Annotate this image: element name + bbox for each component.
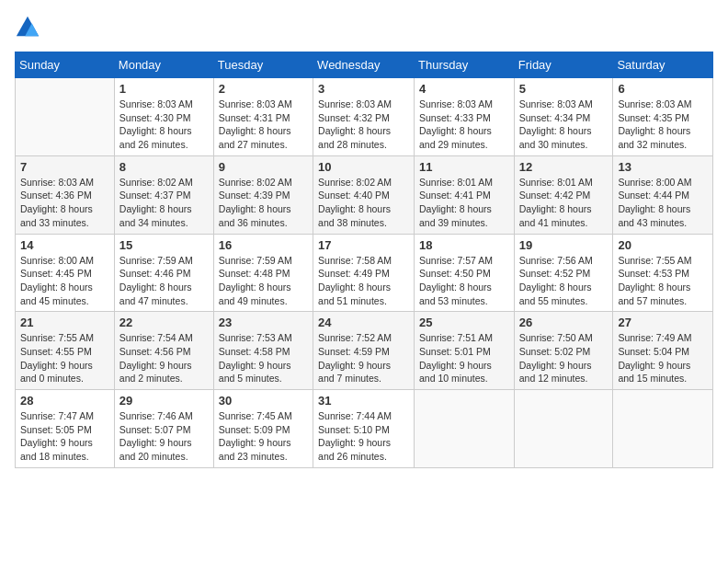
calendar-cell: 17Sunrise: 7:58 AMSunset: 4:49 PMDayligh…: [313, 234, 415, 312]
day-number: 4: [419, 82, 509, 96]
day-number: 23: [219, 316, 308, 329]
day-info: Sunrise: 8:03 AMSunset: 4:34 PMDaylight:…: [519, 98, 609, 152]
calendar-cell: [514, 390, 613, 468]
day-info: Sunrise: 7:45 AMSunset: 5:09 PMDaylight:…: [219, 409, 308, 464]
day-number: 7: [20, 160, 109, 174]
day-number: 27: [618, 316, 708, 329]
day-number: 3: [318, 82, 409, 96]
day-info: Sunrise: 7:47 AMSunset: 5:05 PMDaylight:…: [20, 409, 109, 464]
day-number: 17: [318, 238, 409, 252]
day-number: 25: [419, 316, 509, 329]
day-number: 5: [519, 82, 609, 96]
day-number: 11: [419, 160, 509, 174]
day-number: 24: [318, 316, 409, 329]
weekday-header: Tuesday: [213, 52, 313, 78]
calendar-cell: 24Sunrise: 7:52 AMSunset: 4:59 PMDayligh…: [313, 312, 415, 390]
calendar-cell: 9Sunrise: 8:02 AMSunset: 4:39 PMDaylight…: [213, 155, 313, 234]
calendar-cell: 25Sunrise: 7:51 AMSunset: 5:01 PMDayligh…: [415, 312, 515, 390]
calendar-cell: 29Sunrise: 7:46 AMSunset: 5:07 PMDayligh…: [114, 390, 213, 468]
day-number: 29: [119, 394, 209, 408]
weekday-header: Saturday: [613, 52, 713, 78]
calendar-cell: 20Sunrise: 7:55 AMSunset: 4:53 PMDayligh…: [613, 234, 713, 312]
day-info: Sunrise: 7:56 AMSunset: 4:52 PMDaylight:…: [519, 254, 609, 308]
day-info: Sunrise: 7:54 AMSunset: 4:56 PMDaylight:…: [119, 331, 209, 385]
day-info: Sunrise: 8:03 AMSunset: 4:35 PMDaylight:…: [618, 98, 708, 152]
calendar-cell: 12Sunrise: 8:01 AMSunset: 4:42 PMDayligh…: [514, 155, 613, 234]
day-info: Sunrise: 8:01 AMSunset: 4:41 PMDaylight:…: [419, 176, 509, 230]
day-number: 13: [618, 160, 708, 174]
calendar-table: SundayMondayTuesdayWednesdayThursdayFrid…: [15, 52, 713, 468]
day-info: Sunrise: 7:59 AMSunset: 4:46 PMDaylight:…: [119, 254, 209, 308]
day-info: Sunrise: 8:03 AMSunset: 4:33 PMDaylight:…: [419, 98, 509, 152]
calendar-cell: 23Sunrise: 7:53 AMSunset: 4:58 PMDayligh…: [213, 312, 313, 390]
weekday-header-row: SundayMondayTuesdayWednesdayThursdayFrid…: [16, 52, 713, 78]
calendar-cell: 30Sunrise: 7:45 AMSunset: 5:09 PMDayligh…: [213, 390, 313, 468]
calendar-cell: 3Sunrise: 8:03 AMSunset: 4:32 PMDaylight…: [313, 78, 415, 156]
day-info: Sunrise: 7:50 AMSunset: 5:02 PMDaylight:…: [519, 331, 609, 385]
day-number: 1: [119, 82, 209, 96]
day-info: Sunrise: 7:58 AMSunset: 4:49 PMDaylight:…: [318, 254, 409, 308]
day-number: 28: [20, 394, 109, 408]
day-info: Sunrise: 7:53 AMSunset: 4:58 PMDaylight:…: [219, 331, 308, 385]
page-header: [15, 15, 713, 40]
calendar-cell: 11Sunrise: 8:01 AMSunset: 4:41 PMDayligh…: [415, 155, 515, 234]
calendar-cell: 4Sunrise: 8:03 AMSunset: 4:33 PMDaylight…: [415, 78, 515, 156]
day-number: 6: [618, 82, 708, 96]
day-number: 15: [119, 238, 209, 252]
calendar-cell: 7Sunrise: 8:03 AMSunset: 4:36 PMDaylight…: [16, 155, 115, 234]
day-info: Sunrise: 8:01 AMSunset: 4:42 PMDaylight:…: [519, 176, 609, 230]
calendar-cell: 16Sunrise: 7:59 AMSunset: 4:48 PMDayligh…: [213, 234, 313, 312]
calendar-cell: 2Sunrise: 8:03 AMSunset: 4:31 PMDaylight…: [213, 78, 313, 156]
calendar-cell: 6Sunrise: 8:03 AMSunset: 4:35 PMDaylight…: [613, 78, 713, 156]
calendar-cell: 14Sunrise: 8:00 AMSunset: 4:45 PMDayligh…: [16, 234, 115, 312]
day-number: 8: [119, 160, 209, 174]
day-info: Sunrise: 7:57 AMSunset: 4:50 PMDaylight:…: [419, 254, 509, 308]
day-info: Sunrise: 8:00 AMSunset: 4:45 PMDaylight:…: [20, 254, 109, 308]
calendar-cell: 13Sunrise: 8:00 AMSunset: 4:44 PMDayligh…: [613, 155, 713, 234]
weekday-header: Sunday: [16, 52, 115, 78]
day-info: Sunrise: 7:46 AMSunset: 5:07 PMDaylight:…: [119, 409, 209, 464]
day-info: Sunrise: 8:03 AMSunset: 4:31 PMDaylight:…: [219, 98, 308, 152]
day-info: Sunrise: 7:51 AMSunset: 5:01 PMDaylight:…: [419, 331, 509, 385]
calendar-cell: 1Sunrise: 8:03 AMSunset: 4:30 PMDaylight…: [114, 78, 213, 156]
day-info: Sunrise: 8:02 AMSunset: 4:39 PMDaylight:…: [219, 176, 308, 230]
day-info: Sunrise: 8:03 AMSunset: 4:32 PMDaylight:…: [318, 98, 409, 152]
day-number: 26: [519, 316, 609, 329]
day-info: Sunrise: 7:52 AMSunset: 4:59 PMDaylight:…: [318, 331, 409, 385]
day-number: 31: [318, 394, 409, 408]
day-number: 22: [119, 316, 209, 329]
day-info: Sunrise: 8:02 AMSunset: 4:37 PMDaylight:…: [119, 176, 209, 230]
calendar-cell: 21Sunrise: 7:55 AMSunset: 4:55 PMDayligh…: [16, 312, 115, 390]
calendar-cell: 26Sunrise: 7:50 AMSunset: 5:02 PMDayligh…: [514, 312, 613, 390]
day-info: Sunrise: 8:02 AMSunset: 4:40 PMDaylight:…: [318, 176, 409, 230]
calendar-cell: 10Sunrise: 8:02 AMSunset: 4:40 PMDayligh…: [313, 155, 415, 234]
day-number: 10: [318, 160, 409, 174]
day-info: Sunrise: 7:44 AMSunset: 5:10 PMDaylight:…: [318, 409, 409, 464]
day-number: 9: [219, 160, 308, 174]
day-number: 21: [20, 316, 109, 329]
day-info: Sunrise: 8:03 AMSunset: 4:36 PMDaylight:…: [20, 176, 109, 230]
day-info: Sunrise: 7:49 AMSunset: 5:04 PMDaylight:…: [618, 331, 708, 385]
day-number: 16: [219, 238, 308, 252]
day-number: 12: [519, 160, 609, 174]
day-info: Sunrise: 8:00 AMSunset: 4:44 PMDaylight:…: [618, 176, 708, 230]
weekday-header: Thursday: [415, 52, 515, 78]
day-number: 2: [219, 82, 308, 96]
day-info: Sunrise: 7:55 AMSunset: 4:53 PMDaylight:…: [618, 254, 708, 308]
calendar-cell: 15Sunrise: 7:59 AMSunset: 4:46 PMDayligh…: [114, 234, 213, 312]
calendar-cell: [415, 390, 515, 468]
calendar-week-row: 21Sunrise: 7:55 AMSunset: 4:55 PMDayligh…: [16, 312, 713, 390]
calendar-cell: [613, 390, 713, 468]
day-info: Sunrise: 7:55 AMSunset: 4:55 PMDaylight:…: [20, 331, 109, 385]
day-number: 19: [519, 238, 609, 252]
day-info: Sunrise: 7:59 AMSunset: 4:48 PMDaylight:…: [219, 254, 308, 308]
day-number: 14: [20, 238, 109, 252]
logo-icon: [15, 15, 40, 40]
calendar-cell: 8Sunrise: 8:02 AMSunset: 4:37 PMDaylight…: [114, 155, 213, 234]
calendar-week-row: 1Sunrise: 8:03 AMSunset: 4:30 PMDaylight…: [16, 78, 713, 156]
day-number: 20: [618, 238, 708, 252]
calendar-cell: 31Sunrise: 7:44 AMSunset: 5:10 PMDayligh…: [313, 390, 415, 468]
calendar-cell: 22Sunrise: 7:54 AMSunset: 4:56 PMDayligh…: [114, 312, 213, 390]
weekday-header: Monday: [114, 52, 213, 78]
calendar-cell: 19Sunrise: 7:56 AMSunset: 4:52 PMDayligh…: [514, 234, 613, 312]
